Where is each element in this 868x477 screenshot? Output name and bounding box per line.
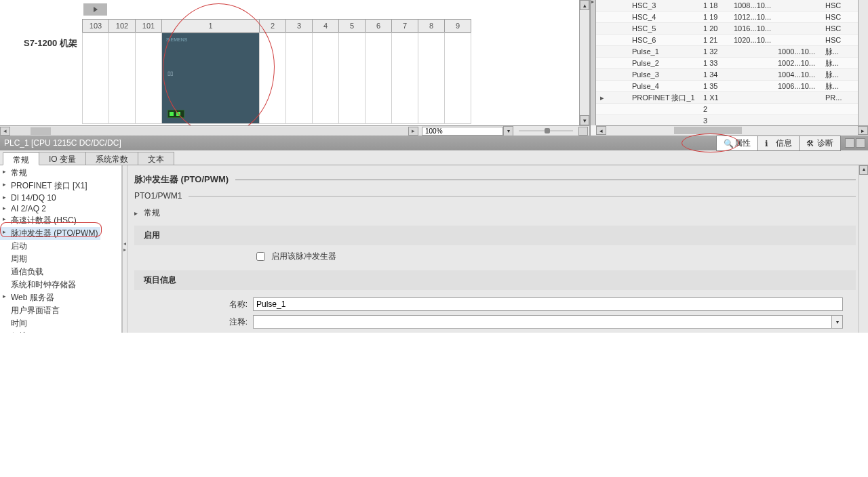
table-row[interactable]: 2 — [596, 104, 858, 115]
slot[interactable] — [365, 33, 392, 124]
vertical-scrollbar[interactable] — [858, 0, 868, 125]
scroll-up-icon[interactable]: ▴ — [580, 0, 589, 10]
cpu-leds-icon — [167, 110, 184, 118]
nav-profinet[interactable]: PROFINET 接口 [X1] — [0, 180, 121, 192]
scroll-right-icon[interactable]: ▸ — [858, 126, 868, 135]
name-input[interactable] — [253, 297, 843, 311]
nav-web-server[interactable]: Web 服务器 — [0, 291, 121, 304]
scroll-thumb[interactable] — [31, 127, 51, 135]
slot-header[interactable]: 101 — [135, 19, 162, 33]
nav-clock-mem[interactable]: 系统和时钟存储器 — [0, 278, 121, 291]
nav-hsc[interactable]: 高速计数器 (HSC) — [0, 214, 121, 227]
slot-header[interactable]: 102 — [108, 19, 136, 33]
slot-header[interactable]: 9 — [444, 19, 471, 33]
maximize-button[interactable] — [856, 138, 865, 148]
cell-type: HSC — [825, 13, 852, 21]
slot[interactable] — [338, 33, 366, 124]
tab-info[interactable]: ℹ信息 — [757, 136, 800, 151]
zoom-input[interactable] — [422, 127, 503, 136]
scroll-up-icon[interactable]: ▴ — [859, 165, 868, 175]
scroll-down-icon[interactable]: ▾ — [832, 315, 843, 329]
table-row[interactable]: Pulse_11 321000...10...脉... — [596, 46, 858, 58]
minimize-button[interactable] — [845, 138, 854, 148]
slot-header[interactable]: 4 — [312, 19, 339, 33]
nav-cycle[interactable]: 周期 — [0, 253, 121, 266]
enable-pulse-checkbox[interactable] — [256, 252, 265, 261]
nav-ui-lang[interactable]: 用户界面语言 — [0, 304, 121, 317]
cell-addr: 2 — [703, 105, 734, 113]
slot[interactable] — [391, 33, 418, 124]
scroll-down-icon[interactable]: ▾ — [580, 115, 589, 125]
vertical-scrollbar[interactable]: ▴ — [859, 165, 868, 333]
name-label: 名称: — [134, 299, 253, 310]
table-row[interactable]: HSC_61 211020...10...HSC — [596, 35, 858, 46]
slot-header[interactable]: 8 — [418, 19, 445, 33]
nav-pto-pwm[interactable]: 脉冲发生器 (PTO/PWM) — [0, 227, 100, 240]
tab-diagnostics[interactable]: 🛠诊断 — [799, 136, 841, 151]
slot[interactable] — [285, 33, 313, 124]
slot-header[interactable]: 103 — [82, 19, 109, 33]
table-row[interactable]: HSC_41 191012...10...HSC — [596, 12, 858, 23]
sub-section-title: PTO1/PWM1 — [134, 191, 182, 201]
device-table: HSC_31 181008...10...HSCHSC_41 191012...… — [596, 0, 858, 125]
zoom-slider[interactable] — [519, 127, 573, 136]
tab-text[interactable]: 文本 — [138, 152, 174, 165]
nav-ai-aq[interactable]: AI 2/AQ 2 — [0, 203, 121, 214]
cpu-brand: SIEMENS — [166, 37, 255, 42]
nav-startup[interactable]: 启动 — [0, 240, 121, 253]
cpu-module[interactable]: SIEMENS ▯▯ — [162, 33, 259, 123]
cell-name: HSC_6 — [608, 36, 703, 44]
cell-io1: 1016...10... — [734, 24, 778, 33]
tab-system-const[interactable]: 系统常数 — [85, 152, 138, 165]
horizontal-scrollbar[interactable]: ◂ ▸ ▾ — [0, 125, 589, 136]
slot[interactable] — [108, 33, 136, 124]
slot-header[interactable]: 3 — [285, 19, 313, 33]
scroll-left-icon[interactable]: ◂ — [596, 126, 606, 135]
chevron-right-icon[interactable]: ▸ — [134, 209, 144, 217]
splitter[interactable] — [591, 0, 596, 125]
scroll-right-icon[interactable]: ▸ — [408, 127, 418, 136]
vertical-scrollbar[interactable]: ▴ ▾ — [579, 0, 589, 125]
slot[interactable] — [312, 33, 339, 124]
nav-di-dq[interactable]: DI 14/DQ 10 — [0, 192, 121, 203]
slot-header[interactable]: 7 — [391, 19, 418, 33]
slot[interactable] — [418, 33, 445, 124]
cell-io1: 1012...10... — [734, 13, 778, 21]
zoom-dropdown-icon[interactable]: ▾ — [503, 126, 513, 136]
tab-general[interactable]: 常规 — [3, 152, 39, 165]
scroll-left-icon[interactable]: ◂ — [0, 127, 10, 136]
nav-splitter[interactable]: ◂▸ — [122, 165, 127, 333]
tab-io-vars[interactable]: IO 变量 — [39, 152, 86, 165]
slot[interactable] — [259, 33, 286, 124]
cell-name: HSC_4 — [608, 13, 703, 21]
nav-general[interactable]: 常规 — [0, 167, 121, 180]
slot[interactable] — [82, 33, 109, 124]
expand-icon[interactable]: ▸ — [596, 94, 608, 102]
cell-addr: 1 32 — [703, 47, 734, 56]
table-row[interactable]: ▸PROFINET 接口_11 X1PR... — [596, 92, 858, 104]
sub-tabs: 常规 IO 变量 系统常数 文本 — [0, 150, 868, 165]
table-row[interactable]: 3 — [596, 115, 858, 125]
slot[interactable] — [135, 33, 162, 124]
nav-comm-load[interactable]: 通信负载 — [0, 266, 121, 278]
table-row[interactable]: Pulse_21 331002...10...脉... — [596, 58, 858, 69]
table-row[interactable]: HSC_51 201016...10...HSC — [596, 23, 858, 35]
horizontal-scrollbar[interactable]: ◂ ▸ — [596, 125, 868, 136]
comment-input[interactable] — [253, 315, 832, 329]
cpu-slot[interactable]: SIEMENS ▯▯ — [161, 33, 260, 124]
play-button[interactable] — [83, 3, 107, 16]
nav-time[interactable]: 时间 — [0, 317, 121, 330]
fit-view-icon[interactable] — [578, 127, 588, 136]
slot-header[interactable]: 1 — [161, 19, 260, 33]
table-row[interactable]: Pulse_41 351006...10...脉... — [596, 81, 858, 92]
slot-header[interactable]: 2 — [259, 19, 286, 33]
slot-header[interactable]: 6 — [365, 19, 392, 33]
slot[interactable] — [444, 33, 471, 124]
scroll-thumb[interactable] — [674, 127, 742, 134]
tab-properties[interactable]: 🔍属性 — [716, 136, 758, 151]
nav-protection[interactable]: 保护 — [0, 330, 121, 333]
slot-header[interactable]: 5 — [338, 19, 366, 33]
table-row[interactable]: HSC_31 181008...10...HSC — [596, 0, 858, 12]
table-row[interactable]: Pulse_31 341004...10...脉... — [596, 69, 858, 81]
cell-io2: 1004...10... — [778, 70, 825, 79]
